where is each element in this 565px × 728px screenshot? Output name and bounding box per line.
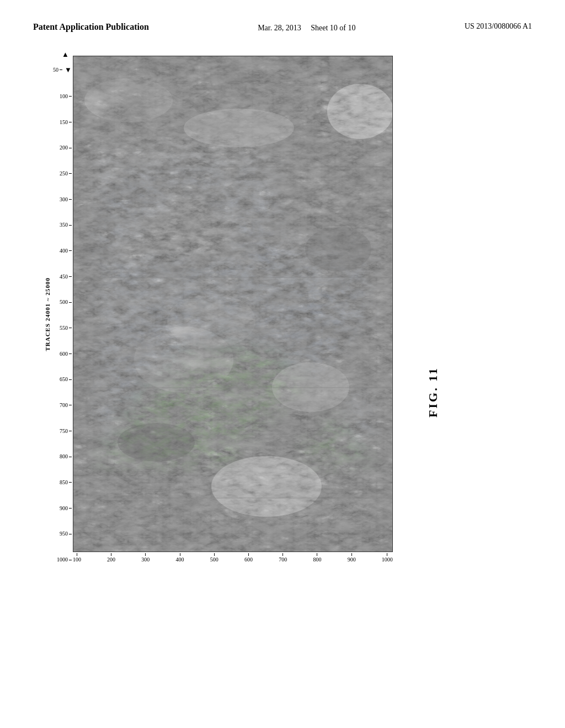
y-tick-700: 700 [60, 403, 72, 408]
x-tick-700: 700 [279, 553, 287, 563]
y-tick-800: 800 [60, 454, 72, 459]
svg-rect-15 [73, 167, 393, 168]
svg-rect-17 [73, 387, 393, 388]
y-tick-400: 400 [60, 248, 72, 254]
y-tick-200: 200 [60, 145, 72, 151]
y-tick-250: 250 [60, 171, 72, 176]
y-tick-650: 650 [60, 377, 72, 382]
left-arrow: ▲ [62, 50, 69, 59]
svg-point-13 [305, 227, 371, 271]
x-tick-800: 800 [313, 553, 321, 563]
x-axis-wrapper: 100 200 300 400 [73, 552, 393, 563]
patent-publication-label: Patent Application Publication [33, 22, 149, 32]
y-tick-50: 50 ▼ [53, 66, 72, 73]
x-axis-ticks: 100 200 300 400 [73, 553, 393, 563]
y-tick-600: 600 [60, 351, 72, 357]
y-axis-ticks: 1000 950 900 850 800 750 700 650 600 550… [53, 66, 72, 563]
y-tick-550: 550 [60, 325, 72, 331]
y-tick-750: 750 [60, 429, 72, 434]
svg-point-8 [184, 109, 294, 147]
svg-point-7 [327, 84, 393, 139]
chart-container: TRACES 24001 ~ 25000 1000 950 900 850 80… [44, 56, 393, 563]
x-tick-500: 500 [210, 553, 218, 563]
y-tick-500: 500 [60, 299, 72, 305]
seismic-chart-plot [73, 56, 393, 552]
seismic-svg [73, 56, 393, 552]
header-center: Mar. 28, 2013 Sheet 10 of 10 [258, 22, 355, 34]
y-axis-label: TRACES 24001 ~ 25000 [44, 277, 51, 351]
y-tick-350: 350 [60, 222, 72, 228]
y-tick-900: 900 [60, 506, 72, 511]
svg-point-6 [84, 78, 173, 122]
y-tick-100: 100 [60, 94, 72, 99]
y-tick-450: 450 [60, 274, 72, 280]
x-tick-900: 900 [348, 553, 356, 563]
x-tick-600: 600 [244, 553, 253, 563]
y-tick-850: 850 [60, 480, 72, 485]
y-tick-300: 300 [60, 197, 72, 202]
svg-point-12 [167, 293, 255, 349]
y-tick-1000: 1000 [57, 557, 72, 563]
svg-point-11 [211, 456, 322, 517]
y-tick-150: 150 [60, 120, 72, 125]
x-tick-200: 200 [107, 553, 115, 563]
svg-rect-16 [73, 277, 393, 278]
patent-number: US 2013/0080066 A1 [465, 22, 532, 31]
y-axis-container: TRACES 24001 ~ 25000 1000 950 900 850 80… [44, 66, 73, 563]
svg-rect-18 [73, 497, 393, 499]
publication-date: Mar. 28, 2013 [258, 24, 301, 32]
svg-point-14 [118, 423, 195, 462]
y-tick-950: 950 [60, 531, 72, 537]
x-tick-300: 300 [141, 553, 150, 563]
x-tick-400: 400 [176, 553, 184, 563]
sheet-info: Sheet 10 of 10 [311, 24, 355, 32]
fig-label-container: FIG. 11 [426, 221, 440, 563]
fig-label: FIG. 11 [426, 367, 440, 417]
x-tick-100: 100 [73, 553, 81, 563]
x-tick-1000: 1000 [382, 553, 393, 563]
